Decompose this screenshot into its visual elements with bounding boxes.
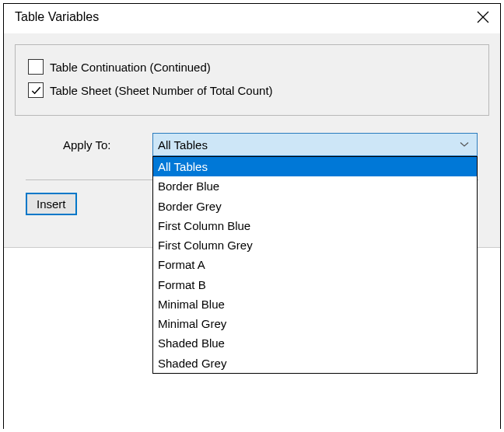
dialog-body: Table Variables Table Continuation (Cont… (4, 4, 500, 248)
apply-to-label: Apply To: (63, 138, 152, 152)
dropdown-selected-text: All Tables (158, 138, 208, 152)
dialog-window: Table Variables Table Continuation (Cont… (3, 3, 501, 429)
dropdown-option[interactable]: First Column Blue (153, 216, 477, 235)
insert-button[interactable]: Insert (26, 193, 77, 215)
dropdown-option[interactable]: Shaded Blue (153, 333, 477, 353)
dropdown-option[interactable]: Minimal Grey (153, 314, 477, 333)
content-panel: Table Continuation (Continued) Table She… (4, 33, 500, 248)
dropdown-option[interactable]: Shaded Grey (153, 354, 477, 373)
dropdown-list: All Tables Border Blue Border Grey First… (152, 156, 478, 374)
dropdown-option[interactable]: All Tables (153, 157, 477, 176)
variables-group: Table Continuation (Continued) Table She… (15, 44, 489, 116)
apply-to-row: Apply To: All Tables All Tables Border B… (15, 133, 489, 156)
dropdown-option[interactable]: Minimal Blue (153, 294, 477, 314)
dialog-title: Table Variables (15, 10, 99, 24)
apply-to-dropdown[interactable]: All Tables All Tables Border Blue Border… (152, 133, 489, 156)
close-button[interactable] (477, 11, 489, 23)
checkbox-table-continuation[interactable]: Table Continuation (Continued) (28, 59, 476, 75)
checkbox-label: Table Sheet (Sheet Number of Total Count… (50, 84, 273, 97)
dropdown-option[interactable]: First Column Grey (153, 235, 477, 255)
dropdown-option[interactable]: Border Blue (153, 176, 477, 196)
dropdown-option[interactable]: Format B (153, 275, 477, 294)
dropdown-option[interactable]: Format A (153, 255, 477, 274)
checkbox-table-sheet[interactable]: Table Sheet (Sheet Number of Total Count… (28, 82, 476, 98)
chevron-down-icon (460, 141, 469, 148)
dropdown-option[interactable]: Border Grey (153, 197, 477, 216)
checkbox-icon (28, 59, 44, 75)
dropdown-selected[interactable]: All Tables (152, 133, 478, 156)
checkbox-label: Table Continuation (Continued) (50, 61, 211, 74)
title-bar: Table Variables (4, 4, 500, 33)
checkbox-icon (28, 82, 44, 98)
